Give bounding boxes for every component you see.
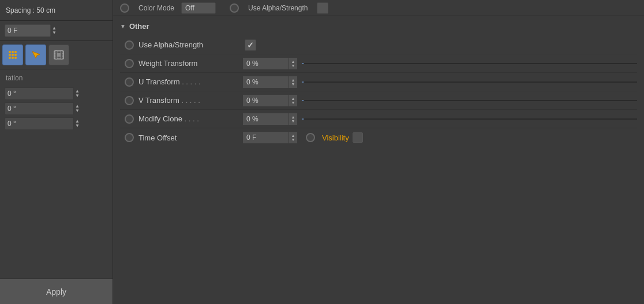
rotation-z-spinner[interactable]: ▲ ▼ [75, 119, 80, 128]
u-transform-input-wrap: 0 % ▲ ▼ [242, 76, 298, 88]
use-alpha-checkbox[interactable]: ✓ [245, 39, 256, 51]
other-section: ▼ Other Use Alpha/Strength ✓ Weight Tran… [113, 16, 644, 147]
weight-transform-input-wrap: 0 % ▲ ▼ [242, 57, 298, 70]
modify-clone-label: Modify Clone . . . . [138, 114, 242, 123]
weight-transform-radio[interactable] [125, 59, 134, 68]
v-transform-label: V Transform . . . . . [138, 96, 242, 105]
svg-point-2 [14, 51, 17, 53]
frame-input-row: 0 F ▲ ▼ [0, 21, 113, 41]
prop-row-modify-clone: Modify Clone . . . . 0 % ▲ ▼ [120, 110, 637, 128]
icon-row [0, 41, 113, 69]
svg-point-6 [9, 57, 11, 59]
time-offset-spinner[interactable]: ▲ ▼ [289, 131, 298, 144]
rotation-field-1: 0 ° ▲ ▼ [5, 102, 108, 116]
visibility-checkbox[interactable] [353, 132, 363, 143]
u-transform-input[interactable]: 0 % [242, 76, 289, 88]
left-panel: Spacing : 50 cm 0 F ▲ ▼ [0, 0, 113, 304]
frame-down-arrow[interactable]: ▼ [52, 31, 57, 35]
rotation-field-2: 0 ° ▲ ▼ [5, 117, 108, 131]
weight-transform-label: Weight Transform [138, 59, 242, 68]
use-alpha-prop-label: Use Alpha/Strength [138, 40, 242, 49]
apply-button[interactable]: Apply [0, 279, 113, 304]
time-offset-input[interactable]: 0 F [242, 131, 289, 144]
use-alpha-top-radio[interactable] [230, 3, 239, 13]
use-alpha-radio[interactable] [125, 40, 134, 50]
use-alpha-checkmark: ✓ [247, 40, 254, 50]
time-offset-input-wrap: 0 F ▲ ▼ [242, 131, 298, 144]
time-offset-label: Time Offset [138, 134, 242, 142]
rotation-x-spinner[interactable]: ▲ ▼ [75, 89, 80, 98]
spacing-label: Spacing : 50 cm [0, 0, 113, 21]
svg-point-0 [9, 51, 11, 53]
svg-point-3 [9, 54, 11, 56]
v-transform-radio[interactable] [125, 96, 134, 105]
svg-point-1 [12, 51, 14, 53]
modify-clone-input-wrap: 0 % ▲ ▼ [242, 113, 298, 125]
color-mode-dropdown[interactable]: Off [181, 2, 216, 14]
frame-input-group[interactable]: 0 F ▲ ▼ [5, 24, 57, 37]
svg-point-5 [14, 54, 17, 56]
svg-point-4 [12, 54, 14, 56]
u-transform-bar [302, 81, 637, 83]
rotation-input-z[interactable]: 0 ° [5, 117, 74, 130]
time-offset-row: Time Offset 0 F ▲ ▼ Visibility [120, 128, 637, 147]
visibility-label: Visibility [322, 134, 349, 142]
weight-transform-spinner[interactable]: ▲ ▼ [289, 57, 298, 70]
content-spacer [113, 147, 644, 304]
top-bar: Color Mode Off Use Alpha/Strength [113, 0, 644, 16]
modify-clone-input[interactable]: 0 % [242, 113, 289, 125]
u-transform-label: U Transform . . . . . [138, 77, 242, 86]
svg-rect-11 [61, 51, 62, 59]
weight-transform-bar [302, 63, 637, 64]
modify-clone-radio[interactable] [125, 114, 134, 124]
prop-row-weight-transform: Weight Transform 0 % ▲ ▼ [120, 54, 637, 73]
other-triangle-icon: ▼ [120, 23, 126, 29]
rotation-input-y[interactable]: 0 ° [5, 102, 74, 115]
use-alpha-top-checkbox[interactable] [317, 2, 328, 14]
film-button[interactable] [48, 45, 69, 65]
prop-row-u-transform: U Transform . . . . . 0 % ▲ ▼ [120, 73, 637, 91]
visibility-radio[interactable] [306, 133, 315, 142]
dots-grid-button[interactable] [2, 45, 23, 65]
u-transform-radio[interactable] [125, 77, 134, 87]
rotation-y-spinner[interactable]: ▲ ▼ [75, 104, 80, 113]
other-section-header[interactable]: ▼ Other [120, 16, 637, 36]
frame-spinner[interactable]: ▲ ▼ [52, 26, 57, 35]
frame-input[interactable]: 0 F [5, 24, 51, 37]
svg-point-7 [12, 57, 14, 59]
modify-clone-bar [302, 118, 637, 120]
rotation-input-x[interactable]: 0 ° [5, 87, 74, 100]
svg-rect-10 [55, 51, 57, 59]
svg-point-8 [14, 57, 17, 59]
rotation-field-0: 0 ° ▲ ▼ [5, 87, 108, 101]
other-section-label: Other [129, 22, 149, 31]
v-transform-input[interactable]: 0 % [242, 94, 289, 107]
v-transform-input-wrap: 0 % ▲ ▼ [242, 94, 298, 107]
color-mode-label: Color Mode [138, 4, 174, 12]
right-panel: Color Mode Off Use Alpha/Strength ▼ Othe… [113, 0, 644, 304]
color-mode-radio[interactable] [120, 3, 129, 13]
rotation-fields: 0 ° ▲ ▼ 0 ° ▲ ▼ 0 ° [0, 84, 113, 279]
v-transform-spinner[interactable]: ▲ ▼ [289, 94, 298, 107]
cursor-button[interactable] [25, 45, 46, 65]
v-transform-bar [302, 100, 637, 101]
svg-rect-12 [57, 53, 61, 57]
prop-row-v-transform: V Transform . . . . . 0 % ▲ ▼ [120, 91, 637, 110]
use-alpha-top-label: Use Alpha/Strength [248, 4, 308, 12]
weight-transform-input[interactable]: 0 % [242, 57, 289, 70]
rotation-section-label: tation [0, 69, 113, 84]
modify-clone-spinner[interactable]: ▲ ▼ [289, 113, 298, 125]
time-offset-radio[interactable] [125, 133, 134, 142]
prop-row-use-alpha: Use Alpha/Strength ✓ [120, 36, 637, 54]
u-transform-spinner[interactable]: ▲ ▼ [289, 76, 298, 88]
